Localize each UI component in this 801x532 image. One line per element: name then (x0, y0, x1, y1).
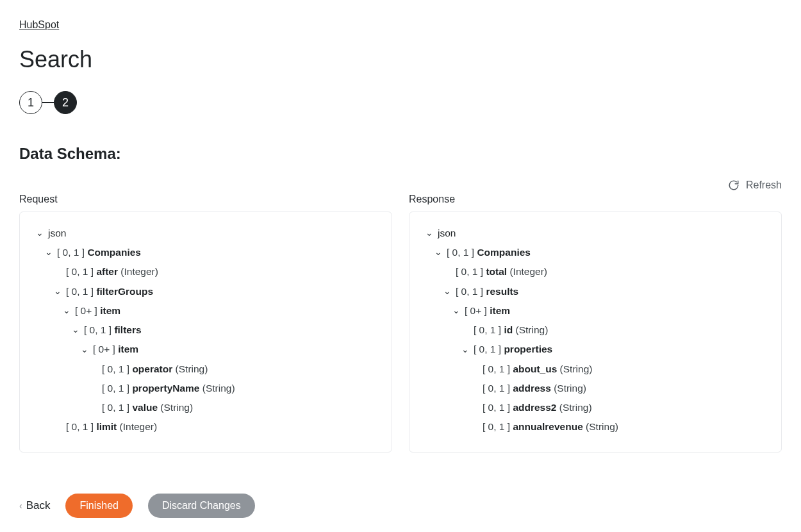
tree-node[interactable]: ⌄[ 0+ ] item (424, 301, 767, 320)
finished-button[interactable]: Finished (65, 494, 132, 518)
chevron-down-icon[interactable]: ⌄ (79, 341, 90, 358)
chevron-down-icon[interactable]: ⌄ (450, 302, 462, 319)
field-name: address2 (513, 402, 556, 413)
field-type: (String) (172, 363, 208, 374)
field-type: (Integer) (118, 266, 158, 277)
tree-node[interactable]: ⌄json (424, 224, 767, 243)
cardinality-label: [ 0, 1 ] (102, 363, 132, 374)
cardinality-label: [ 0+ ] (75, 305, 100, 316)
field-name: results (486, 286, 518, 297)
chevron-left-icon: ‹ (19, 501, 22, 511)
tree-node: ⌄[ 0, 1 ] annualrevenue (String) (424, 417, 767, 436)
tree-node[interactable]: ⌄[ 0+ ] item (34, 340, 377, 359)
tree-node[interactable]: ⌄[ 0, 1 ] filterGroups (34, 282, 377, 301)
chevron-down-icon[interactable]: ⌄ (70, 321, 81, 338)
cardinality-label: [ 0+ ] (465, 305, 490, 316)
tree-node[interactable]: ⌄[ 0+ ] item (34, 301, 377, 320)
discard-button[interactable]: Discard Changes (148, 494, 255, 518)
request-tree: ⌄json⌄[ 0, 1 ] Companies⌄[ 0, 1 ] after … (34, 224, 377, 436)
cardinality-label: [ 0, 1 ] (447, 247, 477, 258)
tree-node[interactable]: ⌄[ 0, 1 ] Companies (34, 243, 377, 262)
field-name: filters (114, 324, 141, 335)
field-type: (String) (557, 363, 592, 374)
field-name: Companies (477, 247, 531, 258)
refresh-button[interactable]: Refresh (728, 179, 782, 191)
field-type: (String) (583, 421, 618, 432)
cardinality-label: [ 0, 1 ] (66, 421, 96, 432)
refresh-label: Refresh (746, 179, 782, 191)
chevron-down-icon[interactable]: ⌄ (43, 244, 54, 261)
cardinality-label: [ 0, 1 ] (483, 363, 513, 374)
field-name: annualrevenue (513, 421, 582, 432)
tree-node: ⌄[ 0, 1 ] limit (Integer) (34, 417, 377, 436)
field-name: item (118, 344, 138, 354)
chevron-down-icon[interactable]: ⌄ (433, 244, 444, 261)
field-type: (String) (513, 324, 548, 335)
cardinality-label: [ 0, 1 ] (483, 421, 513, 432)
field-name: item (490, 305, 510, 316)
cardinality-label: [ 0+ ] (93, 344, 118, 354)
cardinality-label: [ 0, 1 ] (474, 344, 504, 354)
breadcrumb-link[interactable]: HubSpot (19, 19, 59, 30)
field-type: (String) (199, 383, 235, 394)
cardinality-label: [ 0, 1 ] (456, 266, 486, 277)
tree-node: ⌄[ 0, 1 ] id (String) (424, 320, 767, 340)
cardinality-label: [ 0, 1 ] (456, 286, 486, 297)
field-name: json (48, 228, 66, 238)
field-type: (Integer) (117, 421, 157, 432)
field-type: (String) (551, 383, 586, 394)
page-title: Search (19, 46, 782, 73)
chevron-down-icon[interactable]: ⌄ (459, 341, 471, 358)
cardinality-label: [ 0, 1 ] (84, 324, 114, 335)
chevron-down-icon[interactable]: ⌄ (424, 224, 435, 242)
step-indicator: 1 2 (19, 91, 782, 114)
cardinality-label: [ 0, 1 ] (66, 286, 96, 297)
field-name: properties (504, 344, 552, 354)
chevron-down-icon[interactable]: ⌄ (52, 283, 63, 300)
field-name: about_us (513, 363, 557, 374)
section-heading: Data Schema: (19, 145, 782, 163)
chevron-down-icon[interactable]: ⌄ (34, 224, 45, 242)
field-name: operator (132, 363, 172, 374)
cardinality-label: [ 0, 1 ] (102, 402, 132, 413)
chevron-down-icon[interactable]: ⌄ (442, 283, 453, 300)
response-column-title: Response (409, 194, 782, 205)
tree-node[interactable]: ⌄[ 0, 1 ] Companies (424, 243, 767, 262)
cardinality-label: [ 0, 1 ] (66, 266, 96, 277)
cardinality-label: [ 0, 1 ] (483, 402, 513, 413)
field-name: total (486, 266, 507, 277)
tree-node[interactable]: ⌄[ 0, 1 ] results (424, 282, 767, 301)
cardinality-label: [ 0, 1 ] (483, 383, 513, 394)
field-name: limit (96, 421, 117, 432)
field-name: id (504, 324, 513, 335)
tree-node: ⌄[ 0, 1 ] address2 (String) (424, 398, 767, 417)
response-tree: ⌄json⌄[ 0, 1 ] Companies⌄[ 0, 1 ] total … (424, 224, 767, 436)
tree-node[interactable]: ⌄[ 0, 1 ] properties (424, 340, 767, 359)
tree-node: ⌄[ 0, 1 ] after (Integer) (34, 262, 377, 281)
field-type: (Integer) (507, 266, 547, 277)
step-2[interactable]: 2 (54, 91, 77, 114)
field-name: Companies (87, 247, 141, 258)
tree-node: ⌄[ 0, 1 ] address (String) (424, 379, 767, 398)
tree-node: ⌄[ 0, 1 ] value (String) (34, 398, 377, 417)
tree-node: ⌄[ 0, 1 ] about_us (String) (424, 360, 767, 379)
cardinality-label: [ 0, 1 ] (102, 383, 132, 394)
step-connector (42, 102, 54, 103)
back-button[interactable]: ‹ Back (19, 499, 50, 512)
field-name: value (132, 402, 158, 413)
tree-node: ⌄[ 0, 1 ] propertyName (String) (34, 379, 377, 398)
step-1[interactable]: 1 (19, 91, 42, 114)
tree-node: ⌄[ 0, 1 ] operator (String) (34, 360, 377, 379)
field-name: json (438, 228, 456, 238)
refresh-icon (728, 179, 739, 191)
tree-node[interactable]: ⌄[ 0, 1 ] filters (34, 320, 377, 340)
request-column-title: Request (19, 194, 392, 205)
field-name: propertyName (132, 383, 199, 394)
field-name: filterGroups (96, 286, 153, 297)
field-name: item (100, 305, 120, 316)
tree-node[interactable]: ⌄json (34, 224, 377, 243)
request-panel: ⌄json⌄[ 0, 1 ] Companies⌄[ 0, 1 ] after … (19, 212, 392, 453)
field-type: (String) (158, 402, 193, 413)
field-name: address (513, 383, 550, 394)
chevron-down-icon[interactable]: ⌄ (61, 302, 72, 319)
